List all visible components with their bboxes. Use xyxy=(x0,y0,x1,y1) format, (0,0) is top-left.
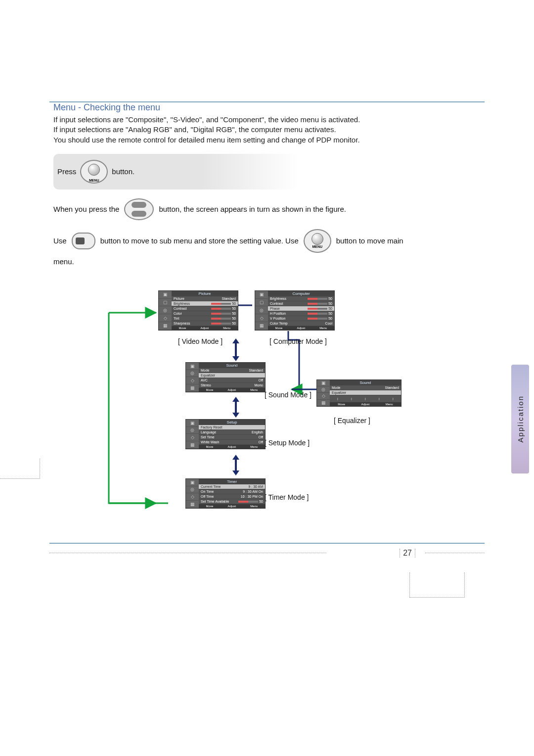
osd-picture: ▣▢◎◇▦ Picture PictureStandardBrightness … xyxy=(158,290,238,331)
dotted-line-left xyxy=(49,553,326,553)
osd-setup: ▣◎◇▦ Setup Factory ResetLanguageEnglishS… xyxy=(185,419,266,449)
arrow-1 xyxy=(235,342,237,357)
osd-setup-title: Setup xyxy=(199,420,265,425)
step-1-text-b: button. xyxy=(112,167,134,176)
osd-computer: ▣▢◎◇▦ Computer Brightness 50Contrast 50P… xyxy=(255,290,335,331)
dotted-line-right xyxy=(425,553,485,553)
intro-text: If input selections are "Composite", "S-… xyxy=(53,115,485,145)
step-3: Use button to move to sub menu and store… xyxy=(53,229,485,253)
caption-sound: [ Sound Mode ] xyxy=(265,391,312,399)
side-tab-label: Application xyxy=(516,395,525,442)
caption-computer: [ Computer Mode ] xyxy=(269,337,327,345)
step-2: When you press the button, the screen ap… xyxy=(53,198,485,220)
osd-picture-title: Picture xyxy=(172,291,238,296)
step-3-text-a: Use xyxy=(53,232,67,250)
arrow-2 xyxy=(235,401,237,414)
section-heading: Menu - Checking the menu xyxy=(53,102,485,113)
step-2-text-b: button, the screen appears in turn as sh… xyxy=(159,200,346,218)
step-3-text-c: button to move main xyxy=(336,232,403,250)
osd-timer: ▣◎◇▦ Timer Current Time9 : 30 AMOn Time9… xyxy=(185,478,266,509)
osd-equalizer: ▣◎◇▦ Sound ModeStandardEqualizer ||||| M… xyxy=(316,379,401,407)
side-tab: Application xyxy=(511,365,529,473)
step-3-text-b: button to move to sub menu and store the… xyxy=(100,232,299,250)
footer-line: 27 xyxy=(49,548,485,563)
step-3-text-d: menu. xyxy=(53,253,74,271)
osd-sound-title: Sound xyxy=(199,363,265,368)
page-number: 27 xyxy=(400,549,415,558)
osd-timer-title: Timer xyxy=(199,479,265,484)
corner-box-br xyxy=(409,572,465,598)
side-button-icon xyxy=(72,233,95,249)
menu-flow-diagram: ▣▢◎◇▦ Picture PictureStandardBrightness … xyxy=(49,285,485,533)
arrow-3 xyxy=(235,459,237,472)
step-2-text-a: When you press the xyxy=(53,200,119,218)
corner-box-bl xyxy=(0,459,40,479)
osd-sound: ▣◎◇▦ Sound ModeStandardEqualizerAVCOffSt… xyxy=(185,362,266,392)
caption-video: [ Video Mode ] xyxy=(178,337,222,345)
step-3-cont: menu. xyxy=(53,253,485,271)
osd-equalizer-title: Sound xyxy=(330,380,401,385)
menu-button-icon-2 xyxy=(304,229,331,253)
caption-timer: [ Timer Mode ] xyxy=(265,493,309,501)
caption-setup: [ Setup Mode ] xyxy=(265,439,310,447)
step-1-text-a: Press xyxy=(57,167,76,176)
up-down-button-icon xyxy=(124,198,154,220)
osd-computer-title: Computer xyxy=(268,291,334,296)
step-1: Press button. xyxy=(53,154,299,189)
caption-equalizer: [ Equalizer ] xyxy=(334,417,370,425)
footer-rule xyxy=(49,543,485,544)
menu-button-icon xyxy=(80,160,108,184)
